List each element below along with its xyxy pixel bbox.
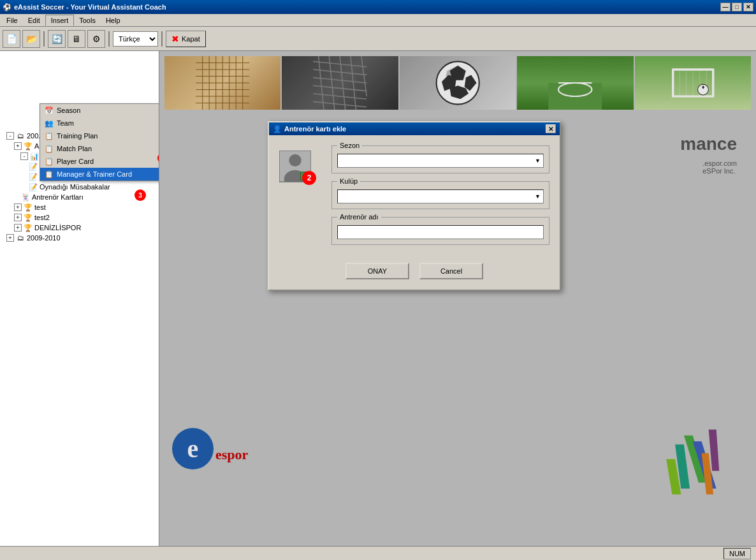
menu-bar: File Edit Insert Tools Help [0,14,756,27]
view-button[interactable]: 🖥 [68,30,85,48]
club-icon-test: 🏆 [23,203,33,212]
sidebar: 📅 Season 👥 Team 📋 Training Plan 📋 Match … [0,51,159,546]
training-icon: 📋 [44,131,54,140]
menu-help[interactable]: Help [101,15,126,26]
svg-point-46 [289,154,301,166]
menu-tools[interactable]: Tools [74,15,101,26]
menu-item-match[interactable]: 📋 Match Plan [40,142,159,155]
club-icon-denizlispor: 🏆 [23,223,33,232]
dialog-title-text: Antrenör kartı ekle [284,125,346,133]
status-bar: NUM [0,546,756,560]
menu-item-match-label: Match Plan [57,145,92,152]
sezon-select[interactable]: ▼ [337,154,544,168]
new-button[interactable]: 📄 [3,30,20,48]
tree-label-test2: test2 [34,214,50,221]
tree-item-antrenor-kartlari[interactable]: 🃏 Antrenör Kartları 3 [0,192,159,202]
window-controls: — □ ✕ [720,3,753,11]
badge-3: 3 [134,189,146,201]
toolbar-separator-3 [161,31,163,47]
tree-item-oynadigi[interactable]: 📝 Oynadığı Müsabakalar [0,182,159,192]
toolbar-separator-2 [108,31,110,47]
app-title: eAssist Soccer - Your Virtual Assistant … [14,3,166,11]
menu-item-training-label: Training Plan [57,132,98,140]
menu-item-player-card[interactable]: 📋 Player Card 1 [40,155,159,168]
dialog-titlebar: 👤 Antrenör kartı ekle ✕ [269,122,560,135]
tree-item-denizlispor[interactable]: + 🏆 DENİZLİSPOR [0,223,159,233]
sezon-legend: Sezon [337,142,362,149]
tree-toggle-2009[interactable]: + [6,234,14,242]
tree-item-test[interactable]: + 🏆 test [0,202,159,212]
title-bar: ⚽ eAssist Soccer - Your Virtual Assistan… [0,0,756,14]
team-icon: 👥 [44,119,54,128]
sezon-group: Sezon ▼ [331,145,549,173]
antrenor-group: Antrenör adı [331,217,549,245]
tree-toggle-denizlispor[interactable]: + [14,224,22,232]
badge-2: 2 [302,171,316,185]
modal-overlay: 👤 Antrenör kartı ekle ✕ [159,51,756,546]
settings-button[interactable]: ⚙ [87,30,105,48]
menu-item-training[interactable]: 📋 Training Plan [40,129,159,142]
num-status: NUM [723,548,751,559]
dialog-title-area: 👤 Antrenör kartı ekle [273,125,346,133]
season-icon: 📅 [44,106,54,115]
minimize-button[interactable]: — [720,3,731,11]
tree-label-2009: 2009-2010 [27,234,61,242]
cancel-button[interactable]: Cancel [419,263,483,279]
tree-label-oynadigi: Oynadığı Müsabakalar [40,183,110,191]
menu-item-team[interactable]: 👥 Team [40,117,159,129]
tree-toggle-test2[interactable]: + [14,214,22,221]
kulup-legend: Kulüp [337,177,360,185]
open-button[interactable]: 📂 [22,30,40,48]
menu-insert[interactable]: Insert [45,15,75,26]
antrenor-input[interactable] [337,225,544,239]
refresh-button[interactable]: 🔄 [48,30,66,48]
sezon-arrow: ▼ [535,158,541,164]
language-select[interactable]: Türkçe English Deutsch [113,31,158,47]
menu-edit[interactable]: Edit [23,15,45,26]
tree-label-antrenor-kartlari: Antrenör Kartları [32,193,84,201]
maximize-button[interactable]: □ [732,3,742,11]
kulup-select[interactable]: ▼ [337,189,544,203]
club-icon-antalya: 🏆 [23,142,33,151]
menu-item-season[interactable]: 📅 Season [40,104,159,117]
dialog-buttons: ONAY Cancel [269,255,560,290]
manager-card-icon: 📋 [44,170,54,179]
tree-toggle-root[interactable]: - [6,132,14,140]
dialog-body: + 2 Sezon ▼ [269,135,560,255]
tree-toggle-performans[interactable]: - [20,152,28,160]
tree-toggle-test[interactable]: + [14,203,22,211]
calismaya-icon: 📝 [28,172,38,181]
menu-item-player-card-label: Player Card [57,158,94,165]
insert-dropdown-menu: 📅 Season 👥 Team 📋 Training Plan 📋 Match … [40,103,159,181]
close-window-button[interactable]: ✕ [743,3,753,11]
toolbar-separator-1 [43,31,45,47]
tree-label-denizlispor: DENİZLİSPOR [34,224,81,232]
menu-item-manager-card-label: Manager & Trainer Card [57,170,132,178]
antrenor-legend: Antrenör adı [337,213,381,221]
katildigi-icon: 📝 [28,162,38,171]
num-label: NUM [729,550,745,557]
folder-icon-2009: 🗂 [15,233,25,242]
menu-item-team-label: Team [57,119,74,127]
tree-toggle-antalya[interactable]: + [14,142,22,150]
antrenor-kartlari-icon: 🃏 [20,193,31,202]
close-icon: ✖ [171,34,179,44]
close-toolbar-button[interactable]: ✖ Kapat [166,31,206,47]
menu-file[interactable]: File [1,15,23,26]
dialog-close-button[interactable]: ✕ [546,124,556,133]
tree-item-2009-2010[interactable]: + 🗂 2009-2010 [0,233,159,243]
perf-icon: 📊 [29,152,40,161]
antrenor-dialog: 👤 Antrenör kartı ekle ✕ [268,121,561,291]
tree-item-test2[interactable]: + 🏆 test2 [0,212,159,223]
club-icon-test2: 🏆 [23,213,33,222]
dialog-icon: 👤 [273,125,282,133]
folder-icon: 🗂 [15,131,25,140]
menu-item-manager-card[interactable]: 📋 Manager & Trainer Card [40,168,159,181]
dialog-fields: Sezon ▼ Kulüp ▼ [331,145,549,245]
kulup-arrow: ▼ [535,193,541,200]
oynadigi-icon: 📝 [28,182,38,191]
menu-item-season-label: Season [57,107,80,114]
content-area: mance .espor.com eSPor Inc. e espor [159,51,756,546]
ok-button[interactable]: ONAY [345,263,409,279]
tree-label-test: test [34,203,46,211]
